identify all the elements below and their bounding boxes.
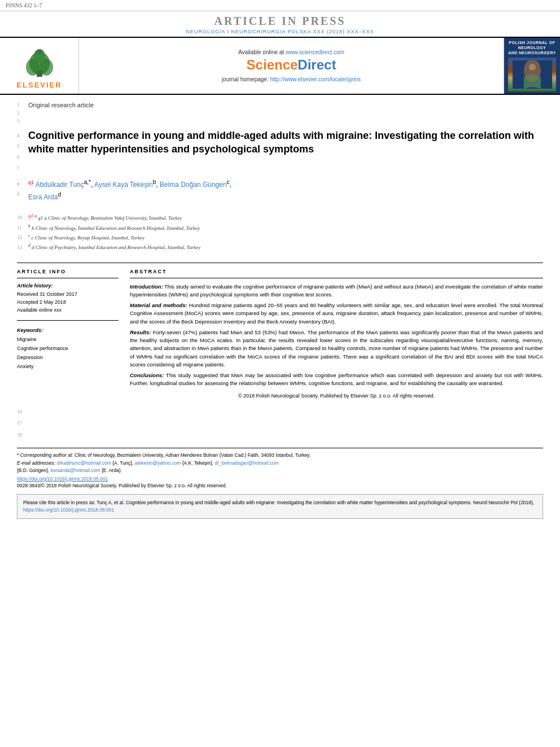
- top-bar: PJNNS 432 1–7: [0, 0, 560, 11]
- email-gungun[interactable]: dr_belmadogan@hotmail.com: [215, 460, 279, 466]
- email-label: E-mail addresses:: [17, 460, 55, 466]
- email-tunc[interactable]: drkadirtunc@hotmail.com: [56, 460, 111, 466]
- doi-link: https://doi.org/10.1016/j.pjnns.2018.05.…: [17, 476, 543, 482]
- svg-point-5: [37, 49, 42, 55]
- journal-cover-image: [508, 58, 556, 91]
- title-line-numbers: 4 5 6 7: [17, 129, 28, 173]
- abstract-divider: [130, 278, 543, 278]
- footer-divider: [17, 448, 543, 448]
- affiliation-2: b b Clinic of Neurology, İstanbul Educat…: [28, 223, 543, 233]
- title-section: 4 5 6 7 Cognitive performance in young a…: [17, 129, 543, 173]
- methods-label: Material and methods:: [130, 302, 187, 308]
- email-tekesin[interactable]: atekesin@yahoo.com: [135, 460, 181, 466]
- email-addresses: E-mail addresses: drkadirtunc@hotmail.co…: [17, 460, 543, 475]
- svg-point-8: [529, 64, 536, 71]
- affiliations-section: 10 11 12 13 q1 a q1 a Clinic of Neurolog…: [17, 212, 543, 257]
- author-gungun[interactable]: Belma Doğan Güngen: [160, 181, 227, 189]
- elsevier-tree-icon: [17, 47, 62, 78]
- intro-text: This study aimed to evaluate the cogniti…: [130, 283, 543, 298]
- article-title: Cognitive performance in young and middl…: [28, 129, 543, 156]
- journal-homepage: journal homepage: http://www.elsevier.co…: [222, 76, 361, 82]
- accepted-date: Accepted 2 May 2018: [17, 298, 119, 306]
- cite-text: Please cite this article in press as: Tu…: [23, 500, 534, 505]
- article-in-press-label: ARTICLE IN PRESS: [0, 11, 560, 29]
- bottom-lines: 16 17 18: [17, 407, 28, 439]
- keyword-anxiety: Anxiety: [17, 362, 119, 371]
- cite-doi-link[interactable]: https://doi.org/10.1016/j.pjnns.2018.05.…: [23, 507, 114, 513]
- two-column-section: ARTICLE INFO Article history: Received 3…: [17, 269, 543, 400]
- q1-badge: q1: [28, 180, 34, 185]
- corresponding-author: * Corresponding author at: Clinic of Neu…: [17, 452, 543, 460]
- bottom-line-numbers: 16 17 18: [17, 407, 543, 439]
- keyword-migraine: Migraine: [17, 335, 119, 344]
- keywords-divider: [17, 320, 119, 321]
- main-divider: [17, 263, 543, 263]
- elsevier-logo: ELSEVIER: [0, 38, 79, 94]
- doi-anchor[interactable]: https://doi.org/10.1016/j.pjnns.2018.05.…: [17, 476, 108, 482]
- journal-subtitle: NEUROLOGIA I NEUROCHIRURGIA POLSKA XXX (…: [0, 29, 560, 34]
- available-online-text: Available online at www.sciencedirect.co…: [238, 49, 344, 55]
- journal-id: PJNNS 432 1–7: [6, 2, 42, 8]
- journal-homepage-label: journal homepage:: [222, 76, 269, 82]
- line-numbers: 1 2 3: [17, 99, 28, 125]
- affiliation-3: c c Clinic of Neurology, Reyap Hospital,…: [28, 233, 543, 242]
- article-info-col: ARTICLE INFO Article history: Received 3…: [17, 269, 119, 400]
- intro-label: Introduction:: [130, 283, 163, 290]
- journal-homepage-link[interactable]: http://www.elsevier.com/locate/pjnns: [270, 76, 361, 82]
- affiliations-line-numbers: 10 11 12 13: [17, 212, 28, 257]
- author-tekesin[interactable]: Aysel Kaya Tekeşin: [94, 181, 153, 189]
- authors-line-numbers: 8 9: [17, 178, 28, 207]
- received-date: Received 31 October 2017: [17, 290, 119, 298]
- results-label: Results:: [130, 329, 151, 335]
- banner-row: ELSEVIER Available online at www.science…: [0, 37, 560, 95]
- main-content: 1 2 3 Original research article 4 5 6 7 …: [0, 99, 560, 439]
- authors-list: q1 Abdulkadir Tunça,*, Aysel Kaya Tekeşi…: [28, 178, 543, 203]
- authors-content: q1 Abdulkadir Tunça,*, Aysel Kaya Tekeşi…: [28, 178, 543, 207]
- author-tunc[interactable]: Abdulkadir Tunç: [36, 181, 84, 189]
- abstract-introduction: Introduction: This study aimed to evalua…: [130, 283, 543, 299]
- corresponding-label: * Corresponding author at:: [17, 452, 73, 458]
- affiliations-content: q1 a q1 a Clinic of Neurology, Bezmialem…: [28, 212, 543, 252]
- affiliation-1: q1 a q1 a Clinic of Neurology, Bezmialem…: [28, 212, 543, 222]
- article-info-heading: ARTICLE INFO: [17, 269, 119, 274]
- banner-center: Available online at www.sciencedirect.co…: [79, 38, 504, 94]
- footer-section: * Corresponding author at: Clinic of Neu…: [0, 448, 560, 488]
- sciencedirect-logo: ScienceDirect: [247, 57, 336, 73]
- abstract-text: Introduction: This study aimed to evalua…: [130, 283, 543, 400]
- line-numbers-section: 1 2 3 Original research article: [17, 99, 543, 125]
- issn-copyright: 0028-3843/© 2018 Polish Neurological Soc…: [17, 483, 543, 488]
- email-arda[interactable]: esraarda@hotmail.com: [51, 468, 100, 473]
- sciencedirect-link[interactable]: www.sciencedirect.com: [286, 49, 344, 55]
- corresponding-address: Clinic of Neurology, Bezmialem Universit…: [75, 452, 310, 458]
- title-content: Cognitive performance in young and middl…: [28, 129, 543, 173]
- article-history-label: Article history:: [17, 283, 119, 289]
- keywords-label: Keywords:: [17, 327, 119, 333]
- elsevier-brand-text: ELSEVIER: [16, 81, 62, 89]
- conclusions-label: Conclusions:: [130, 372, 164, 378]
- abstract-heading: ABSTRACT: [130, 269, 543, 274]
- author-arda[interactable]: Esra Arda: [28, 193, 58, 201]
- results-text: Forty-seven (47%) patients had MwA and 5…: [130, 329, 543, 368]
- article-type: Original research article: [28, 102, 543, 108]
- keyword-cognitive: Cognitive performance: [17, 344, 119, 353]
- affiliation-4: d d Clinic of Psychiatry, Istanbul Educa…: [28, 242, 543, 252]
- methods-text: Hundred migraine patients aged 20–55 yea…: [130, 302, 543, 325]
- journal-cover-title: POLISH JOURNAL OF NEUROLOGY AND NEUROSUR…: [508, 40, 556, 55]
- abstract-copyright: © 2018 Polish Neurological Society. Publ…: [130, 392, 543, 400]
- conclusions-text: This study suggested that MwA may be ass…: [130, 372, 543, 386]
- cite-box: Please cite this article in press as: Tu…: [17, 494, 543, 519]
- abstract-methods: Material and methods: Hundred migraine p…: [130, 302, 543, 326]
- abstract-results: Results: Forty-seven (47%) patients had …: [130, 329, 543, 369]
- authors-section: 8 9 q1 Abdulkadir Tunça,*, Aysel Kaya Te…: [17, 178, 543, 207]
- keyword-depression: Depression: [17, 353, 119, 362]
- journal-cover: POLISH JOURNAL OF NEUROLOGY AND NEUROSUR…: [504, 38, 560, 94]
- article-info-divider: [17, 278, 119, 278]
- article-content: Original research article: [28, 99, 543, 125]
- abstract-conclusions: Conclusions: This study suggested that M…: [130, 372, 543, 388]
- abstract-col: ABSTRACT Introduction: This study aimed …: [130, 269, 543, 400]
- available-online: Available online xxx: [17, 306, 119, 314]
